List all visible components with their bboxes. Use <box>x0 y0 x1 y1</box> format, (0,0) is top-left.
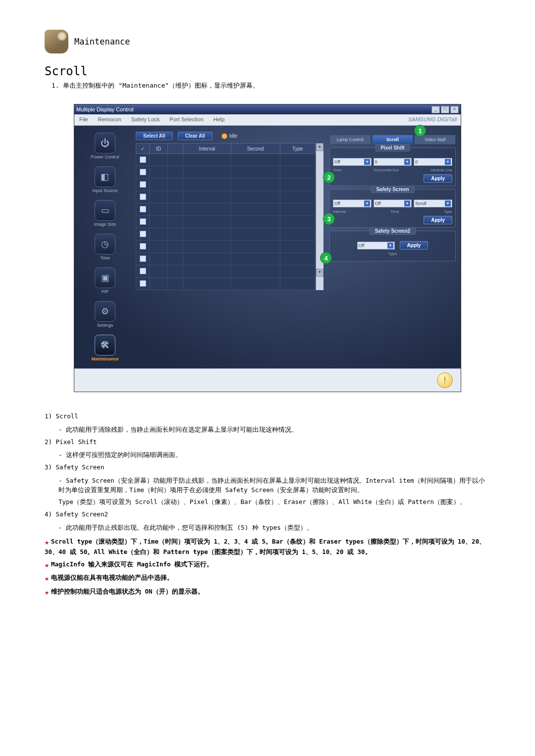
step-num: 1. <box>52 82 59 89</box>
row-checkbox[interactable] <box>140 218 146 225</box>
desc-3-sub1: - Safety Screen（安全屏幕）功能用于防止残影，当静止画面长时间在屏… <box>58 476 490 495</box>
star-note-2: ★MagicInfo 输入来源仅可在 MagicInfo 模式下运行。 <box>45 558 490 570</box>
menu-safety-lock[interactable]: Safety Lock <box>126 114 164 125</box>
idle-dot-icon <box>221 133 227 139</box>
scroll-up-icon[interactable]: ▲ <box>316 143 323 151</box>
table-row[interactable] <box>136 265 316 278</box>
nav-pip[interactable]: ▣ PIP <box>95 267 115 294</box>
nav-label: Settings <box>97 323 113 328</box>
row-checkbox[interactable] <box>140 194 146 200</box>
desc-4-sub: - 此功能用于防止残影出现。在此功能中，您可选择和控制五 (5) 种 types… <box>58 523 490 533</box>
desc-2-head: 2) Pixel Shift <box>45 438 490 447</box>
menu-file[interactable]: File <box>74 114 93 125</box>
chevron-down-icon: ▾ <box>364 201 370 206</box>
callout-badge-2: 2 <box>323 171 335 183</box>
desc-3-sub2: Type（类型）项可设置为 Scroll（滚动）、Pixel（像素）、Bar（条… <box>58 498 490 507</box>
table-row[interactable] <box>136 179 316 191</box>
brand-label: SAMSUNG DIGITall <box>403 114 461 125</box>
row-checkbox[interactable] <box>140 181 146 188</box>
row-checkbox[interactable] <box>140 231 146 237</box>
safety-screen2-apply-button[interactable]: Apply <box>400 241 428 250</box>
row-checkbox[interactable] <box>140 169 146 175</box>
col-second: Second <box>231 144 280 154</box>
nav-image-size[interactable]: ▭ Image Size <box>94 200 116 227</box>
right-tabs: Lamp Control Scroll Video Wall <box>329 135 456 145</box>
safety-screen-apply-button[interactable]: Apply <box>424 216 452 224</box>
desc-2-sub: - 这样便可按照指定的时间间隔细调画面。 <box>58 451 490 460</box>
row-checkbox[interactable] <box>140 255 146 262</box>
pixel-shift-off-select[interactable]: Off▾ <box>333 158 372 166</box>
table-row[interactable] <box>136 241 316 253</box>
table-row[interactable] <box>136 166 316 179</box>
nav-maintenance[interactable]: 🛠 Maintenance <box>92 335 119 361</box>
row-checkbox[interactable] <box>140 268 146 274</box>
center-pane: Select All Clear All Idle ✓ ID Interval … <box>136 126 327 368</box>
maximize-button[interactable]: □ <box>441 106 449 113</box>
safety2-type-select[interactable]: Off▾ <box>357 242 395 250</box>
title-bar[interactable]: Multiple Display Control _ □ × <box>74 104 461 114</box>
maintenance-doc-icon <box>45 30 68 53</box>
pixel-shift-vl-select[interactable]: 0▾ <box>414 158 452 166</box>
table-row[interactable] <box>136 278 316 290</box>
nav-label: PIP <box>102 289 109 294</box>
menu-bar: File Remocon Safety Lock Port Selection … <box>74 114 461 126</box>
nav-label: Power Control <box>91 154 119 159</box>
grid-top-buttons: Select All Clear All Idle <box>136 132 323 140</box>
table-row[interactable] <box>136 216 316 228</box>
desc-1-sub: - 此功能用于清除残影，当静止画面长时间在选定屏幕上显示时可能出现这种情况。 <box>58 425 490 435</box>
chevron-down-icon: ▾ <box>445 201 451 206</box>
row-checkbox[interactable] <box>140 280 146 287</box>
menu-port-selection[interactable]: Port Selection <box>164 114 208 125</box>
tab-scroll[interactable]: Scroll <box>372 135 414 145</box>
display-grid: ✓ ID Interval Second Type <box>136 143 316 290</box>
nav-label: Time <box>100 255 110 260</box>
col-id: ID <box>150 144 168 154</box>
menu-remocon[interactable]: Remocon <box>93 114 126 125</box>
nav-power-control[interactable]: ⏻ Power Control <box>91 133 119 159</box>
nav-time[interactable]: ◷ Time <box>95 234 115 260</box>
tab-lamp-control[interactable]: Lamp Control <box>329 135 371 145</box>
info-icon[interactable]: ! <box>437 372 453 388</box>
minimize-button[interactable]: _ <box>431 106 440 113</box>
chevron-down-icon: ▾ <box>387 243 393 249</box>
chevron-down-icon: ▾ <box>404 201 410 206</box>
safety-type-select[interactable]: Scroll▾ <box>414 200 452 207</box>
app-window: Multiple Display Control _ □ × File Remo… <box>74 104 461 392</box>
scroll-down-icon[interactable]: ▼ <box>316 269 323 277</box>
app-body: ⏻ Power Control ◧ Input Source ▭ Image S… <box>74 126 461 368</box>
safety-time-select[interactable]: Off▾ <box>374 200 412 207</box>
image-size-icon: ▭ <box>95 200 115 221</box>
desc-3-head: 3) Safety Screen <box>45 463 490 472</box>
row-checkbox[interactable] <box>140 206 146 212</box>
table-row[interactable] <box>136 228 316 241</box>
table-row[interactable] <box>136 253 316 265</box>
pixel-shift-hd-select[interactable]: 0▾ <box>374 158 412 166</box>
desc-4-head: 4) Safety Screen2 <box>45 510 490 519</box>
nav-input-source[interactable]: ◧ Input Source <box>92 166 117 193</box>
row-checkbox[interactable] <box>140 243 146 250</box>
grid-scrollbar[interactable]: ▲ ▼ <box>316 143 323 290</box>
star-icon: ★ <box>45 560 49 569</box>
row-checkbox[interactable] <box>140 156 146 163</box>
safety-interval-select[interactable]: Off▾ <box>333 200 372 207</box>
col-check[interactable]: ✓ <box>136 144 150 154</box>
nav-settings[interactable]: ⚙ Settings <box>95 301 115 328</box>
label-type: Type <box>444 209 452 214</box>
star-icon: ★ <box>45 538 49 547</box>
table-row[interactable] <box>136 203 316 216</box>
window-title: Multiple Display Control <box>76 106 134 112</box>
menu-help[interactable]: Help <box>209 114 230 125</box>
left-nav: ⏻ Power Control ◧ Input Source ▭ Image S… <box>74 126 136 368</box>
table-row[interactable] <box>136 154 316 166</box>
table-row[interactable] <box>136 191 316 203</box>
select-all-button[interactable]: Select All <box>136 132 173 140</box>
group-safety-screen2: Safety Screen2 Off▾ Apply Type 4 <box>329 231 456 261</box>
description-list: 1) Scroll - 此功能用于清除残影，当静止画面长时间在选定屏幕上显示时可… <box>45 412 490 533</box>
star-icon: ★ <box>45 574 49 583</box>
col-interval: Interval <box>183 144 231 154</box>
chevron-down-icon: ▾ <box>404 159 410 165</box>
clear-all-button[interactable]: Clear All <box>178 132 213 140</box>
close-button[interactable]: × <box>450 106 459 113</box>
label-vertical-line: Vertical Line <box>430 168 452 172</box>
pixel-shift-apply-button[interactable]: Apply <box>424 174 452 183</box>
